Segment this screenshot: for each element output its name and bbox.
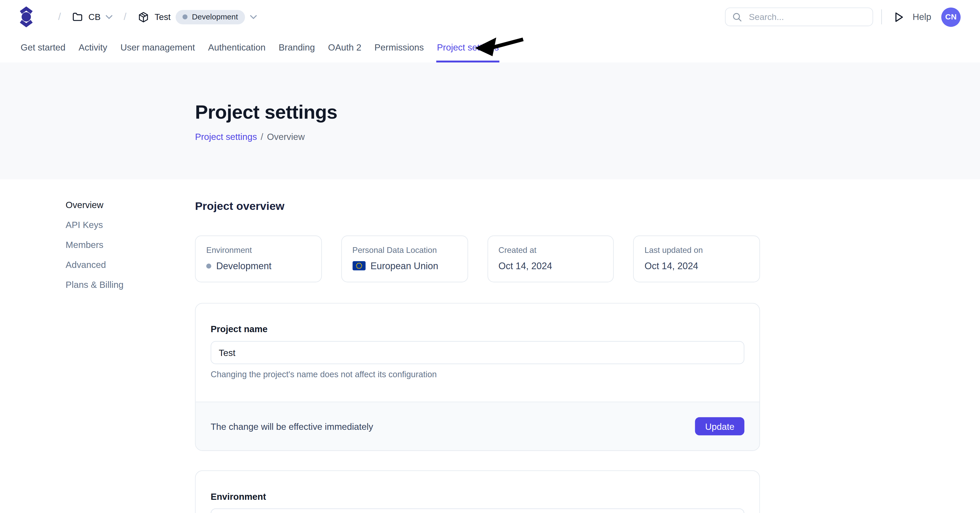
top-bar: / CB /	[0, 0, 980, 34]
info-card-value-row: Oct 14, 2024	[498, 260, 603, 271]
tab-user-management[interactable]: User management	[120, 34, 196, 62]
project-name-card: Project name Changing the project's name…	[195, 303, 760, 451]
search-input[interactable]	[748, 11, 866, 22]
tab-bar: Get started Activity User management Aut…	[0, 34, 980, 62]
avatar[interactable]: CN	[941, 7, 961, 27]
footer-note: The change will be effective immediately	[210, 421, 373, 431]
info-card-value: Oct 14, 2024	[498, 260, 552, 271]
header: / CB /	[0, 0, 980, 62]
environment-card: Environment Development	[195, 470, 760, 513]
breadcrumb-separator: /	[124, 11, 127, 22]
info-card-label: Created at	[498, 245, 603, 255]
info-card-value: Development	[216, 260, 272, 271]
tab-permissions[interactable]: Permissions	[374, 34, 425, 62]
page-title: Project settings	[195, 62, 980, 124]
breadcrumb-separator: /	[58, 11, 61, 22]
org-name: CB	[88, 12, 100, 22]
breadcrumb-separator: /	[261, 132, 263, 142]
tab-get-started[interactable]: Get started	[20, 34, 66, 62]
breadcrumb-current: Overview	[267, 132, 305, 142]
package-icon	[138, 11, 150, 23]
chevron-down-icon	[250, 15, 257, 19]
project-name-input[interactable]	[210, 341, 745, 364]
sidebar-item-api-keys[interactable]: API Keys	[65, 219, 123, 231]
eu-flag-icon	[352, 261, 366, 270]
topbar-divider	[881, 10, 882, 24]
sidebar-item-advanced[interactable]: Advanced	[65, 259, 123, 271]
environment-badge-label: Development	[192, 13, 238, 21]
environment-badge: Development	[176, 10, 245, 24]
play-icon[interactable]	[892, 9, 906, 25]
info-card-label: Environment	[206, 245, 310, 255]
folder-icon	[72, 11, 83, 22]
breadcrumb-link[interactable]: Project settings	[195, 132, 257, 142]
project-name-card-footer: The change will be effective immediately…	[196, 402, 759, 450]
app-window: / CB /	[0, 0, 980, 513]
sidebar-item-plans-billing[interactable]: Plans & Billing	[65, 278, 123, 291]
info-card-value-row: European Union	[352, 260, 457, 271]
info-card-label: Last updated on	[644, 245, 749, 255]
org-switcher[interactable]: CB	[72, 11, 112, 22]
info-card-value-row: Development	[206, 260, 310, 271]
chevron-down-icon	[105, 15, 113, 19]
status-dot-icon	[206, 263, 211, 268]
page-header: Project settings Project settings/Overvi…	[0, 62, 980, 179]
help-link[interactable]: Help	[913, 12, 931, 22]
search-box[interactable]	[725, 8, 873, 26]
status-dot-icon	[183, 14, 188, 19]
settings-sidebar: Overview API Keys Members Advanced Plans…	[65, 199, 123, 291]
info-card-value-row: Oct 14, 2024	[644, 260, 749, 271]
breadcrumb: Project settings/Overview	[195, 132, 980, 142]
search-icon	[733, 12, 742, 22]
tab-project-settings[interactable]: Project settings	[436, 34, 500, 62]
section-title: Project overview	[195, 200, 760, 213]
tab-activity[interactable]: Activity	[78, 34, 108, 62]
tab-oauth-2[interactable]: OAuth 2	[328, 34, 362, 62]
tab-branding[interactable]: Branding	[278, 34, 315, 62]
environment-select[interactable]: Development	[210, 508, 745, 513]
environment-card-body: Environment Development	[196, 471, 759, 513]
sidebar-item-members[interactable]: Members	[65, 238, 123, 251]
sidebar-item-overview[interactable]: Overview	[65, 199, 123, 211]
tab-authentication[interactable]: Authentication	[207, 34, 266, 62]
project-name: Test	[154, 12, 170, 22]
main-panel: Project overview Environment Development…	[195, 179, 760, 513]
app-logo-icon[interactable]	[19, 6, 33, 27]
info-card-label: Personal Data Location	[352, 245, 457, 255]
environment-label: Environment	[210, 491, 745, 502]
info-card-environment: Environment Development	[195, 235, 322, 283]
info-card-created-at: Created at Oct 14, 2024	[487, 235, 614, 283]
project-name-label: Project name	[210, 324, 745, 334]
project-name-card-body: Project name Changing the project's name…	[196, 303, 759, 402]
info-card-last-updated: Last updated on Oct 14, 2024	[633, 235, 760, 283]
info-card-row: Environment Development Personal Data Lo…	[195, 235, 760, 283]
content-area: Overview API Keys Members Advanced Plans…	[0, 179, 980, 513]
info-card-value: European Union	[371, 260, 438, 271]
project-name-helper-text: Changing the project's name does not aff…	[210, 370, 745, 402]
project-switcher[interactable]: Test Development	[138, 10, 257, 24]
info-card-personal-data-location: Personal Data Location	[341, 235, 468, 283]
update-button[interactable]: Update	[695, 417, 745, 435]
info-card-value: Oct 14, 2024	[644, 260, 698, 271]
